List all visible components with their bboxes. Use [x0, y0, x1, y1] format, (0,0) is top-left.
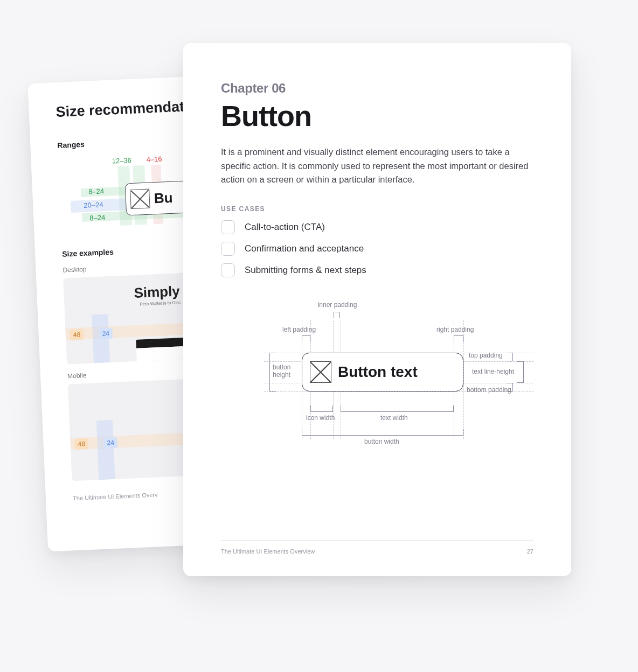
top-padding-label: top padding: [469, 352, 503, 359]
button-width-label: button width: [364, 438, 399, 445]
pill-24-b: 24: [103, 437, 117, 449]
placeholder-x-icon: [310, 361, 331, 383]
pill-48-a: 48: [70, 329, 84, 340]
range-r1: 4–16: [146, 155, 162, 164]
use-cases-label: USE CASES: [221, 205, 533, 213]
button-specimen: Button text: [302, 353, 463, 391]
range-g1: 12–36: [112, 156, 131, 165]
use-case-text-2: Submitting forms & next steps: [245, 265, 366, 276]
use-case-row-1: Confirmation and acceptance: [221, 242, 533, 256]
button-text-label: Button text: [338, 363, 418, 381]
right-padding-label: right padding: [436, 326, 474, 333]
placeholder-x-icon: [130, 189, 150, 209]
chapter-label: Chapter 06: [221, 81, 533, 96]
pill-48-b: 48: [74, 438, 88, 450]
left-padding-label: left padding: [282, 326, 316, 333]
desktop-mock-title: Simply t: [134, 283, 189, 302]
desktop-mock-sub: Pera Wallet is th Disc: [140, 300, 181, 306]
button-anatomy-diagram: inner padding left padding right padding…: [221, 304, 533, 466]
range-b1: 20–24: [84, 200, 103, 209]
bottom-padding-label: bottom padding: [467, 386, 511, 394]
checkbox-icon[interactable]: [221, 220, 235, 234]
use-case-row-0: Call-to-action (CTA): [221, 220, 533, 234]
page-front: Chapter 06 Button It is a prominent and …: [183, 43, 571, 576]
range-g2: 8–24: [88, 187, 105, 195]
use-case-row-2: Submitting forms & next steps: [221, 263, 533, 277]
button-partial-text: Bu: [154, 189, 173, 206]
description-text: It is a prominent and visually distinct …: [221, 145, 533, 187]
page-number: 27: [527, 548, 533, 555]
use-case-text-1: Confirmation and acceptance: [245, 243, 364, 254]
page-title: Button: [221, 99, 533, 132]
text-line-height-label: text line-height: [472, 368, 514, 375]
icon-width-label: icon width: [306, 414, 335, 422]
use-case-text-0: Call-to-action (CTA): [245, 222, 325, 233]
inner-padding-label: inner padding: [316, 301, 359, 309]
footer-title: The Ultimate UI Elements Overview: [221, 548, 315, 555]
pill-24-a: 24: [99, 328, 113, 339]
text-width-label: text width: [380, 414, 408, 422]
button-height-label: button height: [273, 363, 290, 379]
front-footer: The Ultimate UI Elements Overview 27: [221, 540, 533, 555]
range-g3: 8–24: [89, 213, 106, 222]
checkbox-icon[interactable]: [221, 263, 235, 277]
checkbox-icon[interactable]: [221, 242, 235, 256]
